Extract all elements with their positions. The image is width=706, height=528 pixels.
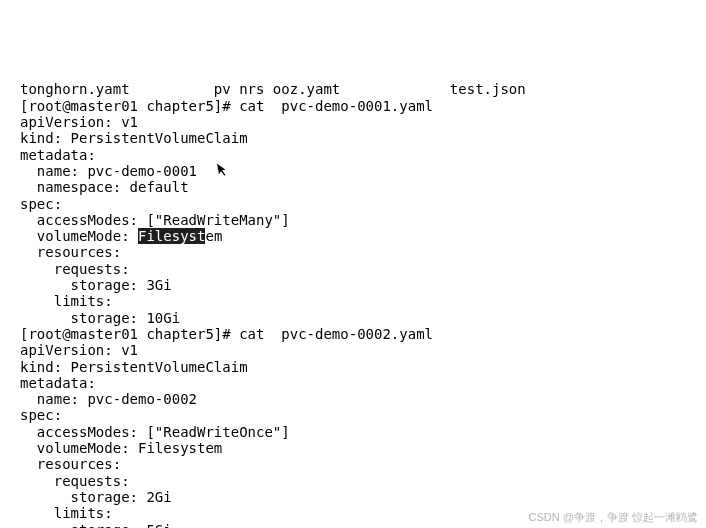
- terminal-line: accessModes: ["ReadWriteOnce"]: [20, 424, 290, 440]
- terminal-line: resources:: [20, 244, 121, 260]
- terminal-line: name: pvc-demo-0002: [20, 391, 197, 407]
- terminal-line: namespace: default: [20, 179, 189, 195]
- terminal-line: requests:: [20, 261, 130, 277]
- terminal-line: storage: 3Gi: [20, 277, 172, 293]
- terminal-line: name: pvc-demo-0001: [20, 163, 197, 179]
- terminal-line: resources:: [20, 456, 121, 472]
- terminal-line: volumeMode: Filesystem: [20, 440, 222, 456]
- watermark-text: CSDN @争渡，争渡 惊起一滩鸥鹭: [529, 511, 698, 524]
- terminal-line: kind: PersistentVolumeClaim: [20, 359, 248, 375]
- terminal-line: accessModes: ["ReadWriteMany"]: [20, 212, 290, 228]
- terminal-line: requests:: [20, 473, 130, 489]
- text-selection: Filesyst: [138, 228, 205, 244]
- terminal-line: spec:: [20, 407, 62, 423]
- terminal-line: storage: 2Gi: [20, 489, 172, 505]
- terminal-line: kind: PersistentVolumeClaim: [20, 130, 248, 146]
- terminal-output[interactable]: tonghorn.yamt pv nrs ooz.yamt test.json …: [0, 65, 706, 528]
- terminal-line: tonghorn.yamt pv nrs ooz.yamt test.json: [20, 81, 526, 97]
- terminal-line: apiVersion: v1: [20, 114, 138, 130]
- terminal-line: volumeMode: Filesystem: [20, 228, 222, 244]
- terminal-line: storage: 10Gi: [20, 310, 180, 326]
- terminal-line: [root@master01 chapter5]# cat pvc-demo-0…: [20, 98, 433, 114]
- terminal-line: metadata:: [20, 375, 96, 391]
- terminal-line: storage: 5Gi: [20, 522, 172, 529]
- terminal-line: limits:: [20, 293, 113, 309]
- terminal-line: [root@master01 chapter5]# cat pvc-demo-0…: [20, 326, 433, 342]
- terminal-line: limits:: [20, 505, 113, 521]
- terminal-line: apiVersion: v1: [20, 342, 138, 358]
- terminal-line: metadata:: [20, 147, 96, 163]
- terminal-line: spec:: [20, 196, 62, 212]
